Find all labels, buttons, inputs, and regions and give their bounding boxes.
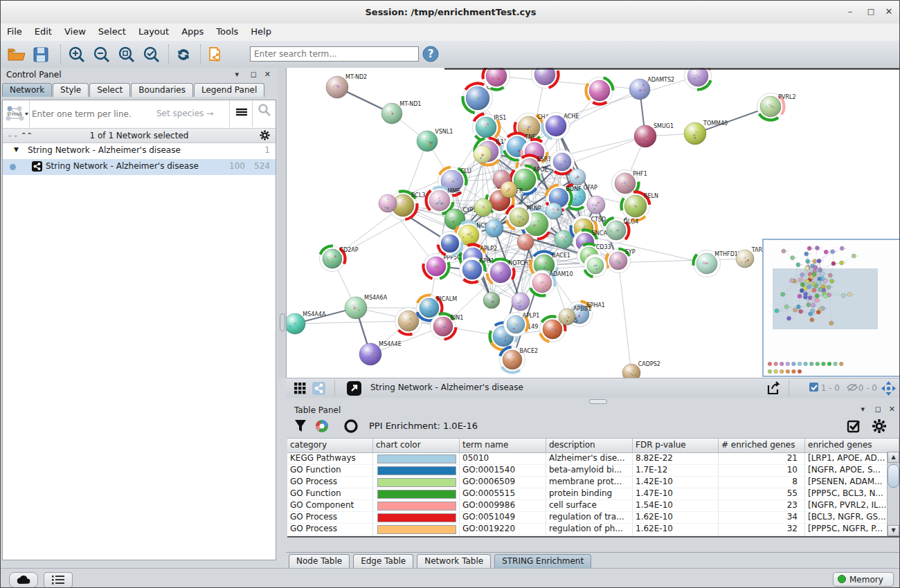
network-node[interactable] xyxy=(550,150,575,174)
string-search-icon[interactable] xyxy=(252,100,276,127)
species-hint[interactable]: Set species → xyxy=(156,109,213,118)
network-edge[interactable] xyxy=(496,76,640,89)
panel-menu-icon[interactable]: ▾ xyxy=(861,405,865,414)
scrollbar-thumb[interactable] xyxy=(888,464,899,488)
network-node-ppp5c[interactable]: PPP5C xyxy=(424,254,462,279)
table-row[interactable]: GO ComponentGO:0009986cell surface1.54E-… xyxy=(287,500,899,512)
zoom-in-icon[interactable] xyxy=(67,45,87,64)
maximize-button[interactable]: ◻ xyxy=(863,6,879,19)
network-collection-row[interactable]: ▼ String Network - Alzheimer's disease 1 xyxy=(3,143,276,159)
select-terms-icon[interactable] xyxy=(847,419,862,436)
network-node-cd2ap[interactable]: CD2AP xyxy=(320,246,359,271)
tab-style[interactable]: Style xyxy=(53,83,89,97)
network-node[interactable] xyxy=(501,181,517,198)
grid-view-icon[interactable] xyxy=(294,383,306,396)
scroll-up-icon[interactable]: ▲ xyxy=(888,452,899,463)
network-node[interactable] xyxy=(532,68,559,89)
table-row[interactable]: GO ProcessGO:0006509membrane prot...1.42… xyxy=(287,477,899,488)
panel-close-icon[interactable]: ✕ xyxy=(889,405,895,414)
menu-apps[interactable]: Apps xyxy=(175,24,210,37)
network-node[interactable] xyxy=(584,255,607,277)
filter-icon[interactable] xyxy=(294,419,307,435)
tab-network[interactable]: Network xyxy=(2,83,52,97)
network-node[interactable] xyxy=(483,292,500,309)
save-session-icon[interactable] xyxy=(31,45,51,64)
panel-float-icon[interactable]: ◻ xyxy=(875,405,881,414)
birds-eye-navigator[interactable] xyxy=(763,239,900,376)
menu-tools[interactable]: Tools xyxy=(210,24,244,37)
export-network-icon[interactable] xyxy=(766,380,782,398)
network-node-adamts2[interactable]: ADAMTS2 xyxy=(629,77,674,100)
column-header[interactable]: enriched genes xyxy=(805,439,899,452)
scroll-down-icon[interactable]: ▼ xyxy=(888,525,899,536)
network-node[interactable] xyxy=(587,196,605,214)
network-node[interactable] xyxy=(555,230,573,248)
minimize-button[interactable]: – xyxy=(843,6,858,19)
network-node[interactable] xyxy=(569,169,586,185)
help-icon[interactable]: ? xyxy=(422,45,440,65)
tab-edge-table[interactable]: Edge Table xyxy=(353,554,413,568)
settings-gear-icon[interactable] xyxy=(872,419,887,436)
menu-help[interactable]: Help xyxy=(244,24,278,37)
network-canvas[interactable]: MT-ND2MT-ND1VSNL1GAB2ADAMTS2PVRL2TOMM40S… xyxy=(286,68,900,378)
tab-node-table[interactable]: Node Table xyxy=(289,554,350,568)
network-node[interactable] xyxy=(586,77,613,104)
network-node[interactable] xyxy=(685,68,712,90)
network-node-tomm40[interactable]: TOMM40 xyxy=(684,120,728,145)
memory-button[interactable]: Memory xyxy=(833,572,894,587)
collection-collapse-icon[interactable]: ▼ xyxy=(14,146,19,153)
network-node-mt-nd2[interactable]: MT-ND2 xyxy=(326,74,367,98)
column-header[interactable]: chart color xyxy=(373,439,460,452)
open-external-icon[interactable] xyxy=(347,381,361,398)
network-node-vsnl1[interactable]: VSNL1 xyxy=(417,129,453,151)
string-query-input[interactable] xyxy=(30,106,151,122)
column-header[interactable]: # enriched genes xyxy=(719,439,805,452)
panel-close-icon[interactable]: ✕ xyxy=(264,70,271,79)
string-logo-icon[interactable]: STRING xyxy=(3,100,30,127)
zoom-out-icon[interactable] xyxy=(92,45,111,64)
donut-chart-icon[interactable] xyxy=(344,419,358,435)
network-node-bace2[interactable]: BACE2 xyxy=(500,347,539,373)
splitter-handle[interactable] xyxy=(280,313,285,331)
network-node[interactable] xyxy=(512,293,530,311)
navigator-toggle-icon[interactable] xyxy=(881,380,897,398)
network-node-reln[interactable]: RELN xyxy=(622,192,659,221)
table-row[interactable]: GO FunctionGO:0005515protein binding1.47… xyxy=(287,488,899,500)
panel-splitter-vertical[interactable] xyxy=(278,68,286,378)
network-node[interactable] xyxy=(474,145,492,163)
menu-select[interactable]: Select xyxy=(92,24,132,37)
tab-select[interactable]: Select xyxy=(89,83,130,97)
tab-boundaries[interactable]: Boundaries xyxy=(131,83,193,97)
column-header[interactable]: term name xyxy=(460,439,546,452)
share-network-icon[interactable] xyxy=(312,382,325,397)
tab-string-enrichment[interactable]: STRING Enrichment xyxy=(494,554,591,568)
panel-float-icon[interactable]: ◻ xyxy=(251,70,257,79)
network-node[interactable] xyxy=(517,234,534,250)
close-button[interactable]: ✕ xyxy=(881,6,897,19)
network-node-mthfd1l[interactable]: MTHFD1L xyxy=(694,250,741,277)
network-node-adam10[interactable]: ADAM10 xyxy=(530,270,573,296)
network-edge[interactable] xyxy=(618,261,631,373)
string-options-icon[interactable] xyxy=(229,100,253,127)
tab-legend-panel[interactable]: Legend Panel xyxy=(194,83,264,97)
network-node-bin1[interactable]: BIN1 xyxy=(431,313,464,339)
network-node-syp[interactable]: SYP xyxy=(606,249,636,273)
network-row[interactable]: String Network - Alzheimer's disease 100… xyxy=(3,159,276,175)
network-node-ms4a4e[interactable]: MS4A4E xyxy=(359,341,402,365)
network-node[interactable] xyxy=(546,203,562,219)
column-header[interactable]: category xyxy=(287,439,373,452)
network-node-ms4a6a[interactable]: MS4A6A xyxy=(345,295,388,319)
open-session-icon[interactable] xyxy=(6,45,26,64)
menu-file[interactable]: File xyxy=(1,24,28,37)
menu-edit[interactable]: Edit xyxy=(28,24,58,37)
network-node-cadps2[interactable]: CADPS2 xyxy=(622,361,660,378)
network-gear-icon[interactable] xyxy=(260,130,270,143)
network-node[interactable] xyxy=(438,232,462,256)
panel-splitter-horizontal[interactable] xyxy=(286,398,900,404)
zoom-fit-icon[interactable] xyxy=(117,45,136,64)
task-list-button[interactable] xyxy=(44,572,73,588)
table-row[interactable]: GO ProcessGO:0019220regulation of ph...1… xyxy=(287,524,899,535)
table-row[interactable]: KEGG Pathways05010Alzheimer's dise...8.8… xyxy=(287,453,899,465)
network-node-pvrl2[interactable]: PVRL2 xyxy=(757,93,796,120)
table-scrollbar[interactable]: ▲ ▼ xyxy=(887,452,899,536)
